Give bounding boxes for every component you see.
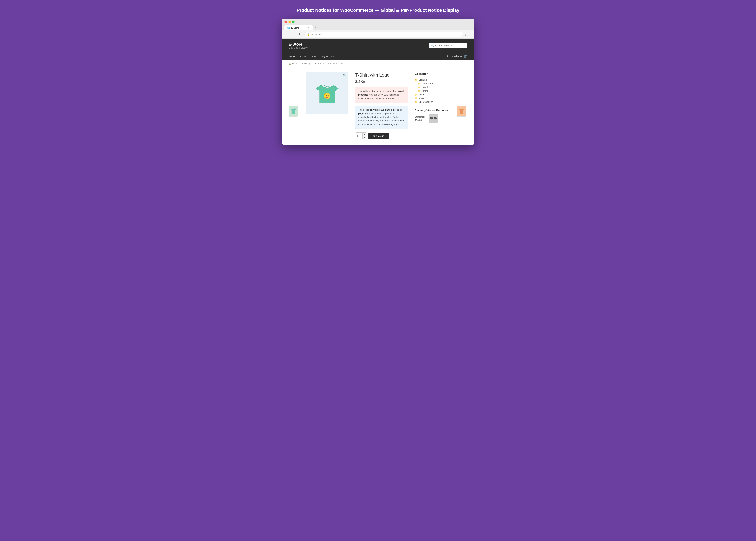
quantity-field[interactable]: 1	[356, 133, 363, 139]
nav-about[interactable]: About	[300, 55, 307, 58]
folder-icon: 📁	[418, 86, 421, 89]
address-text: estore.com	[311, 33, 322, 36]
list-item: 📁 Hoodies	[415, 85, 450, 89]
folder-icon: 📁	[415, 97, 417, 100]
rv-info: Sunglasses $90.00	[415, 115, 426, 122]
svg-point-1	[326, 95, 327, 96]
breadcrumb-home-icon: 🏠	[289, 62, 292, 65]
right-thumb[interactable]	[457, 106, 466, 117]
zoom-icon[interactable]: 🔍	[343, 74, 346, 78]
category-clothing[interactable]: Clothing	[418, 79, 427, 81]
search-icon: 🔍	[431, 44, 434, 47]
back-button[interactable]: ←	[285, 32, 290, 37]
category-music[interactable]: Music	[418, 97, 424, 100]
product-notice: This notice only displays on this produc…	[355, 106, 408, 129]
product-notice-rest: . You can show both global and individua…	[358, 112, 404, 126]
product-tshirt-svg	[313, 79, 341, 107]
svg-point-2	[327, 97, 328, 98]
category-decor[interactable]: Decor	[418, 93, 425, 96]
quantity-input[interactable]: 1 ▲ ▼	[355, 133, 367, 140]
product-sidebar: Collection 📁 Clothing 📁 Accessories 📁 Ho…	[415, 72, 450, 139]
recently-viewed-item: Sunglasses $90.00	[415, 114, 450, 123]
right-thumb-nav	[457, 83, 467, 139]
left-thumb[interactable]	[289, 106, 298, 117]
breadcrumb-sep-3: ›	[323, 62, 324, 65]
breadcrumb: 🏠 Home › Clothing › Tshirts › T-Shirt wi…	[282, 60, 474, 67]
product-image-wrap: 🔍	[306, 72, 348, 139]
store-brand: E-Store Smart. Bold. Creative.	[289, 42, 309, 49]
quantity-down-button[interactable]: ▼	[363, 136, 366, 140]
browser-dots	[285, 21, 472, 23]
minimize-dot[interactable]	[288, 21, 291, 23]
collection-list: 📁 Clothing 📁 Accessories 📁 Hoodies 📁 Tsh…	[415, 78, 450, 104]
breadcrumb-sep-2: ›	[312, 62, 313, 65]
recently-viewed-title: Recently Viewed Products	[415, 109, 450, 112]
store-name: E-Store	[289, 42, 309, 47]
star-icon[interactable]: ☆	[465, 33, 467, 36]
cart-icon: 🛒	[463, 55, 467, 58]
store-header: E-Store Smart. Bold. Creative. 🔍	[282, 39, 474, 53]
store-search-box[interactable]: 🔍	[429, 43, 467, 48]
cart-display[interactable]: $0.00 0 items 🛒	[446, 55, 467, 58]
breadcrumb-sep-1: ›	[300, 62, 301, 65]
search-input[interactable]	[435, 44, 465, 47]
collection-title: Collection	[415, 72, 450, 76]
tab-close-button[interactable]: ✕	[308, 27, 310, 29]
thumb-tshirt-icon	[290, 108, 297, 115]
list-item: 📁 Clothing	[415, 78, 450, 82]
store-tagline: Smart. Bold. Creative.	[289, 47, 309, 49]
list-item: 📁 Music	[415, 96, 450, 100]
breadcrumb-clothing[interactable]: Clothing	[302, 62, 311, 65]
quantity-up-button[interactable]: ▲	[363, 133, 366, 136]
menu-icon[interactable]: ⋮	[468, 33, 472, 36]
quantity-stepper[interactable]: ▲ ▼	[363, 133, 366, 140]
browser-titlebar: 🌐 E-Store ✕ +	[282, 19, 474, 31]
category-hoodies[interactable]: Hoodies	[422, 86, 430, 89]
product-details: T-Shirt with Logo $18.00 This is the glo…	[355, 72, 408, 139]
maximize-dot[interactable]	[292, 21, 295, 23]
breadcrumb-home[interactable]: Home	[292, 62, 298, 65]
nav-links: Home About Shop My account	[289, 55, 335, 58]
close-dot[interactable]	[285, 21, 287, 23]
list-item: 📁 Accessories	[415, 82, 450, 85]
product-price: $18.00	[355, 80, 408, 84]
nav-shop[interactable]: Shop	[311, 55, 317, 58]
rv-product-price: $90.00	[415, 119, 426, 122]
category-tshirts[interactable]: Tshirts	[422, 90, 428, 92]
browser-window: 🌐 E-Store ✕ + ← → ↻ 🔒 estore.com ☆ ⋮ E-S…	[282, 19, 474, 145]
forward-button[interactable]: →	[291, 32, 296, 37]
product-notice-pre: This notice	[358, 109, 370, 111]
address-bar[interactable]: 🔒 estore.com	[305, 32, 463, 37]
breadcrumb-tshirts[interactable]: Tshirts	[315, 62, 321, 65]
browser-actions: ☆ ⋮	[465, 33, 472, 36]
refresh-button[interactable]: ↻	[298, 32, 303, 37]
sunglasses-icon	[430, 116, 437, 121]
tab-favicon: 🌐	[287, 27, 290, 29]
tab-label: E-Store	[291, 26, 299, 29]
category-accessories[interactable]: Accessories	[422, 82, 434, 85]
product-image-box: 🔍	[306, 72, 348, 115]
folder-icon: 📁	[418, 90, 421, 92]
new-tab-button[interactable]: +	[313, 25, 318, 30]
cart-total: $0.00	[446, 55, 453, 58]
list-item: 📁 Tshirts	[415, 89, 450, 93]
browser-tabs: 🌐 E-Store ✕ +	[285, 25, 472, 31]
add-to-cart-button[interactable]: Add to cart	[369, 133, 389, 139]
cart-items-count: 0 items	[454, 55, 462, 58]
nav-my-account[interactable]: My account	[322, 55, 335, 58]
list-item: 📁 Uncategorized	[415, 100, 450, 104]
product-title: T-Shirt with Logo	[355, 72, 408, 78]
nav-home[interactable]: Home	[289, 55, 295, 58]
folder-icon: 📁	[415, 93, 417, 96]
rv-product-name[interactable]: Sunglasses	[415, 116, 426, 118]
category-uncategorized[interactable]: Uncategorized	[418, 101, 433, 103]
folder-icon: 📁	[415, 101, 417, 103]
left-thumb-nav	[289, 83, 299, 139]
product-area: 🔍	[282, 67, 474, 145]
thumb-orange-shirt-icon	[458, 108, 465, 115]
svg-rect-4	[434, 117, 436, 119]
active-tab[interactable]: 🌐 E-Store ✕	[285, 25, 313, 31]
global-notice: This is the global notice set up to show…	[355, 87, 408, 103]
svg-rect-3	[430, 117, 432, 119]
list-item: 📁 Decor	[415, 93, 450, 96]
